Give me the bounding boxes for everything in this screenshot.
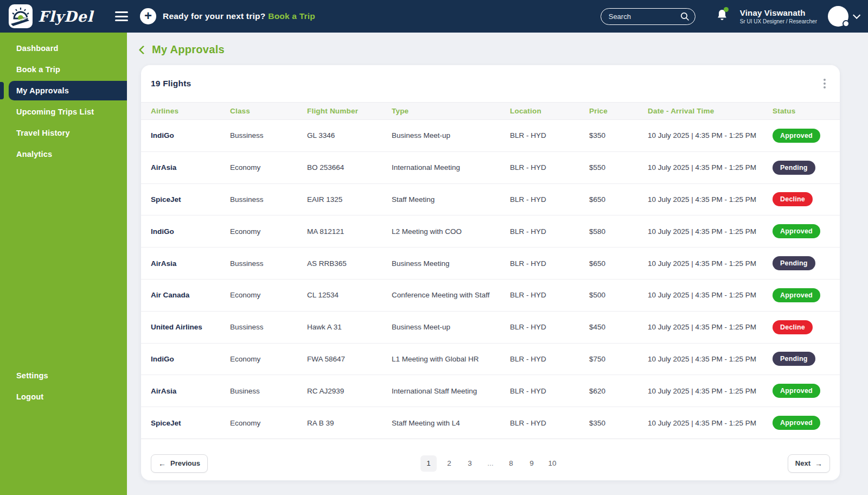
page-button-8[interactable]: 8 (503, 455, 519, 472)
cell-status: Pending (773, 256, 840, 270)
column-header-class: Class (230, 107, 307, 115)
sidebar-item-dashboard[interactable]: Dashboard (9, 39, 127, 58)
cell-location: BLR - HYD (510, 195, 589, 204)
cell-airline: AirAsia (151, 163, 230, 172)
cell-flight-number: FWA 58647 (307, 355, 392, 363)
notification-dot (724, 7, 729, 12)
cell-type: Conference Meeting with Staff (392, 291, 510, 299)
cell-location: BLR - HYD (510, 419, 589, 427)
cell-flight-number: AS RRB365 (307, 259, 392, 268)
page-button-2[interactable]: 2 (441, 455, 457, 472)
sidebar-footer: SettingsLogout (0, 364, 127, 495)
book-a-trip-link[interactable]: Book a Trip (268, 11, 315, 21)
cell-airline: SpiceJet (151, 419, 230, 427)
column-header-price: Price (589, 107, 648, 115)
page-button-1[interactable]: 1 (420, 455, 437, 472)
previous-page-button[interactable]: ← Previous (151, 454, 208, 473)
cell-type: Business Meet-up (392, 323, 510, 331)
user-name: Vinay Viswanath (740, 8, 817, 17)
sidebar-item-my-approvals[interactable]: My Approvals (9, 81, 127, 100)
table-row[interactable]: AirAsiaBussinessAS RRB365Business Meetin… (141, 248, 840, 280)
notifications-bell-icon[interactable] (716, 9, 728, 24)
sidebar-item-settings[interactable]: Settings (9, 366, 127, 385)
avatar[interactable] (828, 6, 848, 27)
cell-date: 10 July 2025 | 4:35 PM - 1:25 PM (648, 355, 773, 363)
table-row[interactable]: Air CanadaEconomyCL 12534Conference Meet… (141, 280, 840, 312)
brand-name: FlyDel (38, 8, 93, 25)
table-row[interactable]: IndiGoBussinessGL 3346Business Meet-upBL… (141, 120, 840, 152)
table-row[interactable]: United AirlinesBussinessHawk A 31Busines… (141, 312, 840, 344)
next-page-button[interactable]: Next → (788, 454, 830, 473)
cell-airline: SpiceJet (151, 195, 230, 204)
cell-status: Approved (773, 416, 840, 430)
cell-date: 10 July 2025 | 4:35 PM - 1:25 PM (648, 323, 773, 331)
cell-price: $450 (589, 323, 648, 331)
search-icon[interactable] (680, 11, 690, 21)
table-body: IndiGoBussinessGL 3346Business Meet-upBL… (141, 120, 840, 446)
sidebar-item-analytics[interactable]: Analytics (9, 144, 127, 164)
cell-location: BLR - HYD (510, 387, 589, 395)
table-row[interactable]: IndiGoEconomyMA 812121L2 Meeting with CO… (141, 215, 840, 248)
column-header-location: Location (510, 107, 589, 115)
column-header-type: Type (392, 107, 510, 115)
cell-type: Business Meet-up (392, 131, 510, 139)
cell-flight-number: RA B 39 (307, 419, 392, 427)
cell-status: Pending (773, 352, 840, 366)
table-row[interactable]: IndiGoEconomyFWA 58647L1 Meeting with Gl… (141, 344, 840, 376)
chevron-down-icon[interactable] (853, 11, 860, 19)
table-row[interactable]: AirAsiaEconomyBO 253664International Mee… (141, 152, 840, 184)
flydel-logo-icon (9, 4, 33, 28)
trip-prompt-text: Ready for your next trip? (163, 11, 265, 21)
cell-flight-number: CL 12534 (307, 291, 392, 299)
cell-location: BLR - HYD (510, 131, 589, 139)
sidebar-item-logout[interactable]: Logout (9, 387, 127, 407)
table-row[interactable]: SpiceJetBussinessEAIR 1325Staff MeetingB… (141, 184, 840, 216)
column-header-flight-number: Flight Number (307, 107, 392, 115)
column-header-airlines: Airlines (151, 107, 230, 115)
cell-date: 10 July 2025 | 4:35 PM - 1:25 PM (648, 259, 773, 268)
page-button-3[interactable]: 3 (462, 455, 478, 472)
new-trip-plus-button[interactable]: + (140, 8, 156, 24)
cell-date: 10 July 2025 | 4:35 PM - 1:25 PM (648, 227, 773, 236)
cell-price: $580 (589, 227, 648, 236)
cell-type: Business Meeting (392, 259, 510, 268)
cell-date: 10 July 2025 | 4:35 PM - 1:25 PM (648, 163, 773, 172)
cell-class: Economy (230, 355, 307, 363)
table-header-row: Airlines Class Flight Number Type Locati… (141, 102, 840, 120)
sidebar-item-travel-history[interactable]: Travel History (9, 123, 127, 143)
hamburger-menu-icon[interactable] (115, 11, 128, 21)
flights-card: 19 Flights Airlines Class Flight Number … (141, 65, 840, 480)
top-bar: FlyDel + Ready for your next trip?Book a… (0, 0, 868, 33)
column-header-date-arrival: Date - Arrival Time (648, 107, 773, 115)
cell-type: L2 Meeting with COO (392, 227, 510, 236)
cell-flight-number: BO 253664 (307, 163, 392, 172)
search-input[interactable] (609, 12, 680, 21)
search-box[interactable] (601, 8, 695, 25)
cell-date: 10 July 2025 | 4:35 PM - 1:25 PM (648, 387, 773, 395)
table-row[interactable]: SpiceJetEconomyRA B 39Staff Meeting with… (141, 407, 840, 439)
table-row[interactable]: AirAsiaBusinessRC AJ2939International St… (141, 375, 840, 407)
cell-location: BLR - HYD (510, 291, 589, 299)
page-button-9[interactable]: 9 (524, 455, 540, 472)
sidebar-nav: DashboardBook a TripMy ApprovalsUpcoming… (0, 37, 127, 166)
pagination-ellipsis: … (482, 455, 499, 472)
status-badge-declined: Decline (773, 320, 813, 334)
page-button-10[interactable]: 10 (544, 455, 560, 472)
cell-type: Staff Meeting with L4 (392, 419, 510, 427)
status-badge-declined: Decline (773, 192, 813, 206)
sidebar-item-book-a-trip[interactable]: Book a Trip (9, 60, 127, 79)
kebab-menu-icon[interactable] (821, 77, 828, 91)
status-badge-approved: Approved (773, 224, 820, 238)
back-chevron-icon[interactable] (139, 45, 148, 54)
cell-airline: Air Canada (151, 291, 230, 299)
user-info[interactable]: Vinay Viswanath Sr UI UX Designer / Rese… (740, 8, 817, 24)
arrow-right-icon: → (815, 459, 822, 468)
status-badge-approved: Approved (773, 288, 820, 302)
next-label: Next (795, 459, 810, 467)
sidebar-item-upcoming-trips-list[interactable]: Upcoming Trips List (9, 102, 127, 122)
cell-flight-number: GL 3346 (307, 131, 392, 139)
cell-price: $550 (589, 163, 648, 172)
trip-prompt: Ready for your next trip?Book a Trip (163, 11, 315, 21)
main-content: My Approvals 19 Flights Airlines Class F… (127, 33, 868, 495)
cell-location: BLR - HYD (510, 355, 589, 363)
